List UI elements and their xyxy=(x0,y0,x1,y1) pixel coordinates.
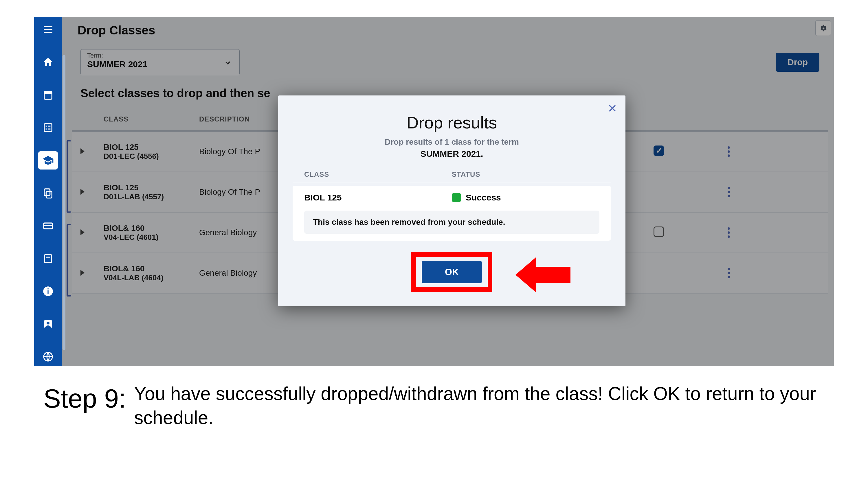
svg-rect-0 xyxy=(44,26,52,27)
close-icon[interactable]: ✕ xyxy=(608,102,617,115)
book-icon[interactable] xyxy=(38,249,58,268)
sidebar xyxy=(34,18,62,366)
svg-rect-11 xyxy=(44,189,50,196)
modal-row-message: This class has been removed from your sc… xyxy=(304,210,599,234)
class-code: BIOL& 160 xyxy=(104,224,199,233)
group-bracket xyxy=(67,140,71,213)
chevron-down-icon xyxy=(224,59,232,68)
svg-rect-10 xyxy=(46,191,52,198)
step-caption: Step 9: You have successfully dropped/wi… xyxy=(43,382,825,430)
modal-result-row: BIOL 125 Success This class has been rem… xyxy=(292,186,611,241)
term-select[interactable]: Term: SUMMER 2021 xyxy=(81,49,240,75)
copy-icon[interactable] xyxy=(38,184,58,202)
expand-row-icon[interactable] xyxy=(81,268,104,278)
expand-row-icon[interactable] xyxy=(81,147,104,156)
class-section: V04-LEC (4601) xyxy=(104,233,199,242)
svg-rect-8 xyxy=(45,128,47,129)
menu-icon[interactable] xyxy=(38,20,58,38)
select-checkbox[interactable] xyxy=(654,145,664,156)
annotation-arrow xyxy=(516,257,570,292)
svg-rect-14 xyxy=(44,255,51,263)
svg-rect-17 xyxy=(48,290,48,294)
group-bracket xyxy=(67,224,71,296)
svg-rect-5 xyxy=(44,124,52,132)
modal-table-header: CLASS STATUS xyxy=(292,167,611,182)
svg-rect-13 xyxy=(44,225,52,226)
svg-rect-15 xyxy=(46,257,50,257)
class-code: BIOL& 160 xyxy=(104,264,199,273)
expand-row-icon[interactable] xyxy=(81,188,104,197)
term-value: SUMMER 2021 xyxy=(87,59,233,69)
svg-rect-2 xyxy=(44,32,52,33)
screenshot-region: Drop Classes Term: SUMMER 2021 Drop Sele… xyxy=(34,18,834,366)
highlight-box: OK xyxy=(411,252,492,292)
globe-icon[interactable] xyxy=(38,348,58,366)
class-section: D01-LEC (4556) xyxy=(104,152,199,161)
card-icon[interactable] xyxy=(38,217,58,235)
page-title: Drop Classes xyxy=(78,24,155,37)
svg-point-20 xyxy=(46,322,50,325)
svg-rect-1 xyxy=(44,29,52,30)
success-icon xyxy=(452,193,461,202)
row-menu-button[interactable] xyxy=(717,268,740,278)
modal-col-status: STATUS xyxy=(452,170,599,178)
class-code: BIOL 125 xyxy=(104,142,199,152)
expand-row-icon[interactable] xyxy=(81,228,104,237)
modal-col-class: CLASS xyxy=(304,170,452,178)
svg-rect-4 xyxy=(44,91,52,94)
svg-rect-6 xyxy=(45,126,47,126)
drop-results-modal: ✕ Drop results Drop results of 1 class f… xyxy=(278,95,625,306)
home-icon[interactable] xyxy=(38,53,58,71)
row-menu-button[interactable] xyxy=(717,147,740,157)
class-section: V04L-LAB (4604) xyxy=(104,273,199,282)
modal-row-class: BIOL 125 xyxy=(304,193,452,202)
grad-cap-icon[interactable] xyxy=(38,151,58,169)
class-section: D01L-LAB (4557) xyxy=(104,192,199,201)
info-icon[interactable] xyxy=(38,282,58,300)
calendar-icon[interactable] xyxy=(38,86,58,104)
drop-button[interactable]: Drop xyxy=(776,53,819,72)
person-icon[interactable] xyxy=(38,315,58,333)
row-menu-button[interactable] xyxy=(717,227,740,238)
list-icon[interactable] xyxy=(38,119,58,137)
term-label: Term: xyxy=(87,52,233,59)
scroll-indicator xyxy=(63,55,65,350)
step-number: Step 9: xyxy=(43,382,126,416)
settings-gear-button[interactable] xyxy=(815,20,831,36)
modal-subtitle-2: SUMMER 2021. xyxy=(292,149,611,159)
step-text: You have successfully dropped/withdrawn … xyxy=(134,382,825,430)
svg-rect-18 xyxy=(48,288,48,289)
select-checkbox[interactable] xyxy=(654,227,664,237)
class-code: BIOL 125 xyxy=(104,183,199,192)
svg-rect-7 xyxy=(48,126,50,126)
modal-title: Drop results xyxy=(292,113,611,132)
modal-row-status: Success xyxy=(466,193,501,202)
row-menu-button[interactable] xyxy=(717,187,740,197)
modal-subtitle-1: Drop results of 1 class for the term xyxy=(292,137,611,147)
col-class: CLASS xyxy=(104,115,199,123)
ok-button[interactable]: OK xyxy=(422,261,482,283)
svg-rect-9 xyxy=(48,128,50,129)
